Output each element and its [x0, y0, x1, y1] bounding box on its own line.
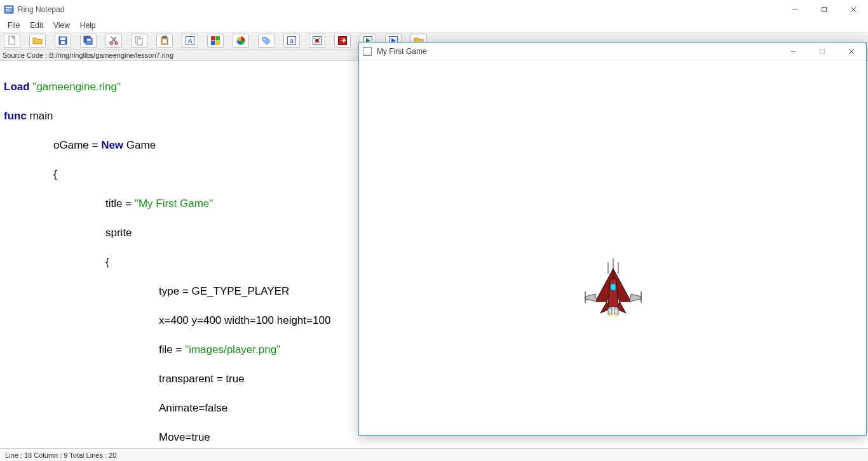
- svg-rect-27: [216, 36, 220, 41]
- tag-button[interactable]: [258, 34, 275, 48]
- game-window: My First Game: [358, 42, 867, 436]
- kw-load: Load: [4, 81, 32, 93]
- svg-rect-11: [61, 41, 65, 44]
- kw-new: New: [101, 139, 126, 151]
- game-window-controls: [778, 43, 866, 60]
- svg-text:a: a: [290, 37, 294, 44]
- svg-rect-26: [211, 36, 215, 41]
- code-title: title =: [105, 197, 135, 210]
- player-sprite: [581, 257, 645, 321]
- statusbar: Line : 18 Column : 9 Total Lines : 20: [0, 448, 868, 461]
- game-titlebar[interactable]: My First Game: [359, 43, 866, 60]
- titlebar-left: Ring Notepad: [4, 4, 64, 15]
- font-button[interactable]: A: [182, 34, 198, 48]
- svg-rect-2: [6, 9, 10, 10]
- kw-func: func: [4, 110, 30, 122]
- svg-rect-29: [216, 41, 220, 46]
- maximize-button[interactable]: [810, 0, 839, 19]
- svg-line-17: [112, 37, 116, 42]
- svg-rect-1: [6, 7, 12, 8]
- svg-point-31: [264, 39, 265, 40]
- minimize-button[interactable]: [780, 0, 810, 19]
- code-file: file =: [159, 344, 185, 356]
- str-title: "My First Game": [135, 197, 214, 210]
- stop-button[interactable]: [334, 34, 351, 48]
- game-title: My First Game: [377, 47, 427, 56]
- svg-point-16: [115, 42, 118, 44]
- color-wheel-button[interactable]: [233, 34, 249, 48]
- svg-rect-14: [87, 39, 91, 41]
- app-title: Ring Notepad: [18, 5, 64, 14]
- close-button[interactable]: [839, 0, 868, 19]
- game-app-icon: [363, 47, 372, 56]
- str-file: "images/player.png": [185, 344, 280, 356]
- svg-rect-3: [6, 11, 11, 12]
- svg-rect-48: [611, 284, 616, 290]
- svg-rect-5: [822, 8, 827, 12]
- code-ogame: oGame =: [53, 139, 101, 151]
- open-file-button[interactable]: [29, 34, 46, 48]
- menu-view[interactable]: View: [48, 20, 75, 31]
- menubar: File Edit View Help: [0, 19, 868, 32]
- status-text: Line : 18 Column : 9 Total Lines : 20: [5, 451, 116, 459]
- game-maximize-button[interactable]: [808, 43, 837, 60]
- app-icon: [4, 4, 14, 15]
- svg-text:A: A: [187, 37, 193, 44]
- svg-rect-51: [608, 308, 612, 314]
- game-minimize-button[interactable]: [778, 43, 808, 60]
- paste-button[interactable]: [156, 34, 173, 48]
- titlebar: Ring Notepad: [0, 0, 868, 19]
- menu-edit[interactable]: Edit: [25, 20, 48, 31]
- link-button[interactable]: a: [283, 34, 300, 48]
- game-canvas[interactable]: [359, 60, 866, 435]
- menu-file[interactable]: File: [3, 20, 25, 31]
- copy-button[interactable]: [131, 34, 147, 48]
- svg-rect-23: [163, 39, 166, 43]
- svg-rect-42: [820, 49, 825, 53]
- source-path-label: Source Code : B:/ring/ringlibs/gameengin…: [3, 51, 173, 59]
- new-file-button[interactable]: [4, 34, 20, 48]
- save-button[interactable]: [55, 34, 71, 48]
- window-controls: [780, 0, 868, 19]
- game-close-button[interactable]: [837, 43, 866, 60]
- svg-rect-53: [609, 314, 611, 317]
- str-gameload: "gameengine.ring": [32, 81, 121, 93]
- svg-rect-54: [615, 314, 618, 317]
- save-all-button[interactable]: [80, 34, 97, 48]
- svg-rect-28: [211, 41, 215, 46]
- debug-button[interactable]: [309, 34, 325, 48]
- svg-rect-10: [60, 37, 65, 40]
- menu-help[interactable]: Help: [75, 20, 101, 31]
- svg-point-15: [110, 42, 112, 44]
- svg-rect-22: [163, 36, 166, 38]
- func-name: main: [30, 110, 53, 122]
- colors-button[interactable]: [207, 34, 224, 48]
- svg-rect-20: [137, 39, 142, 45]
- svg-line-18: [111, 37, 116, 42]
- cut-button[interactable]: [105, 34, 122, 48]
- class-game: Game: [126, 139, 156, 151]
- game-titlebar-left: My First Game: [363, 47, 427, 56]
- svg-rect-52: [614, 308, 618, 314]
